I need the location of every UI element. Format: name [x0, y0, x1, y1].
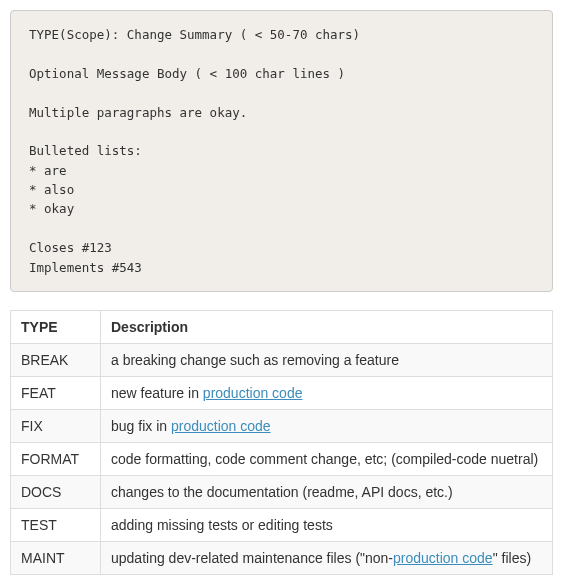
production-code-link[interactable]: production code [393, 550, 493, 566]
code-line: Multiple paragraphs are okay. [29, 105, 247, 120]
production-code-link[interactable]: production code [171, 418, 271, 434]
type-cell: FORMAT [11, 442, 101, 475]
type-cell: FIX [11, 409, 101, 442]
code-bullet: * are [29, 163, 67, 178]
desc-text: a breaking change such as removing a fea… [111, 352, 399, 368]
table-header-row: TYPE Description [11, 310, 553, 343]
type-cell: MAINT [11, 541, 101, 574]
table-row: DOCS changes to the documentation (readm… [11, 475, 553, 508]
desc-text: adding missing tests or editing tests [111, 517, 333, 533]
desc-text: changes to the documentation (readme, AP… [111, 484, 453, 500]
table-row: MAINT updating dev-related maintenance f… [11, 541, 553, 574]
table-body: BREAK a breaking change such as removing… [11, 343, 553, 574]
desc-cell: bug fix in production code [101, 409, 553, 442]
code-line: Optional Message Body ( < 100 char lines… [29, 66, 345, 81]
desc-text: code formatting, code comment change, et… [111, 451, 538, 467]
type-cell: FEAT [11, 376, 101, 409]
types-table: TYPE Description BREAK a breaking change… [10, 310, 553, 575]
type-cell: TEST [11, 508, 101, 541]
table-row: FORMAT code formatting, code comment cha… [11, 442, 553, 475]
table-row: TEST adding missing tests or editing tes… [11, 508, 553, 541]
table-row: FIX bug fix in production code [11, 409, 553, 442]
type-cell: DOCS [11, 475, 101, 508]
type-cell: BREAK [11, 343, 101, 376]
code-bullet: * okay [29, 201, 74, 216]
code-bullet: * also [29, 182, 74, 197]
desc-cell: new feature in production code [101, 376, 553, 409]
table-row: BREAK a breaking change such as removing… [11, 343, 553, 376]
desc-cell: adding missing tests or editing tests [101, 508, 553, 541]
header-type: TYPE [11, 310, 101, 343]
desc-text: new feature in [111, 385, 203, 401]
desc-text: " files) [493, 550, 531, 566]
code-line: Bulleted lists: [29, 143, 142, 158]
desc-cell: code formatting, code comment change, et… [101, 442, 553, 475]
commit-format-block: TYPE(Scope): Change Summary ( < 50-70 ch… [10, 10, 553, 292]
production-code-link[interactable]: production code [203, 385, 303, 401]
desc-text: updating dev-related maintenance files (… [111, 550, 393, 566]
table-row: FEAT new feature in production code [11, 376, 553, 409]
desc-cell: updating dev-related maintenance files (… [101, 541, 553, 574]
code-line: Closes #123 [29, 240, 112, 255]
header-description: Description [101, 310, 553, 343]
desc-cell: a breaking change such as removing a fea… [101, 343, 553, 376]
code-line: TYPE(Scope): Change Summary ( < 50-70 ch… [29, 27, 360, 42]
desc-text: bug fix in [111, 418, 171, 434]
desc-cell: changes to the documentation (readme, AP… [101, 475, 553, 508]
code-line: Implements #543 [29, 260, 142, 275]
